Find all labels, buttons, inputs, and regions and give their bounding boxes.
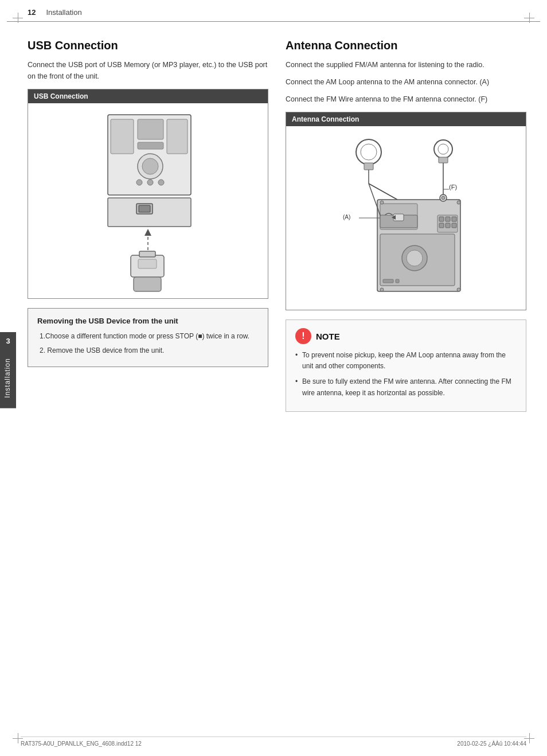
svg-rect-41 (446, 217, 450, 221)
antenna-diagram-svg: (F) (A) (331, 132, 480, 304)
note-item-1: To prevent noise pickup, keep the AM Loo… (295, 350, 517, 372)
svg-rect-16 (138, 259, 157, 268)
antenna-diagram-content: (F) (A) (286, 126, 526, 310)
main-content: USB Connection Connect the USB port of U… (0, 22, 547, 423)
svg-rect-15 (139, 251, 155, 257)
removing-usb-step-1: 1.Choose a different function mode or pr… (37, 331, 259, 342)
page-number: 12 (28, 8, 36, 17)
svg-point-18 (356, 139, 381, 165)
antenna-diagram-title: Antenna Connection (286, 112, 526, 126)
svg-rect-40 (439, 217, 444, 221)
svg-point-7 (147, 180, 153, 185)
svg-point-5 (142, 158, 158, 174)
removing-usb-title: Removing the USB Device from the unit (37, 317, 259, 325)
usb-diagram-title: USB Connection (28, 89, 268, 103)
header-section-title: Installation (46, 8, 81, 17)
svg-point-37 (441, 196, 445, 200)
note-icon: ! (295, 328, 311, 344)
svg-rect-3 (138, 142, 163, 149)
svg-rect-49 (383, 279, 393, 283)
svg-rect-50 (396, 279, 399, 283)
antenna-connection-section: Antenna Connection Connect the supplied … (286, 39, 526, 412)
svg-text:(A): (A) (343, 214, 350, 220)
sidebar-label: Installation (0, 348, 16, 408)
usb-diagram-content (28, 103, 268, 298)
usb-heading: USB Connection (28, 39, 268, 52)
usb-connection-section: USB Connection Connect the USB port of U… (28, 39, 268, 412)
svg-point-51 (380, 201, 384, 204)
footer-right: 2010-02-25 ¿ÀÀû 10:44:44 (457, 741, 526, 747)
svg-point-6 (136, 180, 142, 185)
removing-usb-box: Removing the USB Device from the unit 1.… (28, 308, 268, 367)
svg-text:(F): (F) (449, 184, 457, 190)
svg-point-54 (457, 288, 460, 291)
svg-rect-25 (439, 157, 448, 163)
svg-rect-1 (111, 119, 134, 154)
svg-point-53 (380, 288, 384, 291)
svg-point-19 (361, 144, 377, 160)
svg-rect-9 (167, 119, 187, 154)
antenna-diagram-box: Antenna Connection (286, 112, 526, 310)
svg-line-22 (369, 184, 397, 200)
note-header: ! NOTE (295, 328, 517, 344)
fm-text: Connect the FM Wire antenna to the FM an… (286, 93, 526, 105)
am-text: Connect the AM Loop antenna to the AM an… (286, 76, 526, 88)
usb-diagram-box: USB Connection (28, 89, 268, 299)
svg-rect-42 (452, 217, 456, 221)
page-footer: RAT375-A0U_DPANLLK_ENG_4608.indd12 12 20… (21, 736, 526, 747)
antenna-intro-text: Connect the supplied FM/AM antenna for l… (286, 59, 526, 71)
removing-usb-step-2: 2. Remove the USB device from the unit. (37, 345, 259, 356)
svg-point-48 (407, 250, 423, 266)
svg-point-8 (158, 180, 164, 185)
svg-rect-17 (134, 277, 161, 291)
svg-rect-44 (446, 223, 450, 228)
svg-point-52 (457, 201, 460, 204)
note-title: NOTE (316, 332, 340, 341)
note-box: ! NOTE To prevent noise pickup, keep the… (286, 319, 526, 412)
svg-rect-20 (364, 163, 373, 170)
footer-left: RAT375-A0U_DPANLLK_ENG_4608.indd12 12 (21, 741, 142, 747)
antenna-heading: Antenna Connection (286, 39, 526, 52)
svg-rect-2 (138, 119, 163, 139)
usb-intro-text: Connect the USB port of USB Memory (or M… (28, 59, 268, 82)
svg-rect-43 (439, 223, 444, 228)
crosshair-top-left (13, 13, 23, 23)
crosshair-top-right (524, 13, 534, 23)
svg-rect-12 (139, 205, 150, 212)
svg-point-23 (434, 140, 452, 158)
svg-rect-45 (452, 223, 456, 228)
usb-diagram-svg (82, 109, 214, 293)
svg-point-24 (438, 144, 448, 154)
note-item-2: Be sure to fully extend the FM wire ante… (295, 376, 517, 398)
page-header: 12 Installation (7, 0, 540, 22)
